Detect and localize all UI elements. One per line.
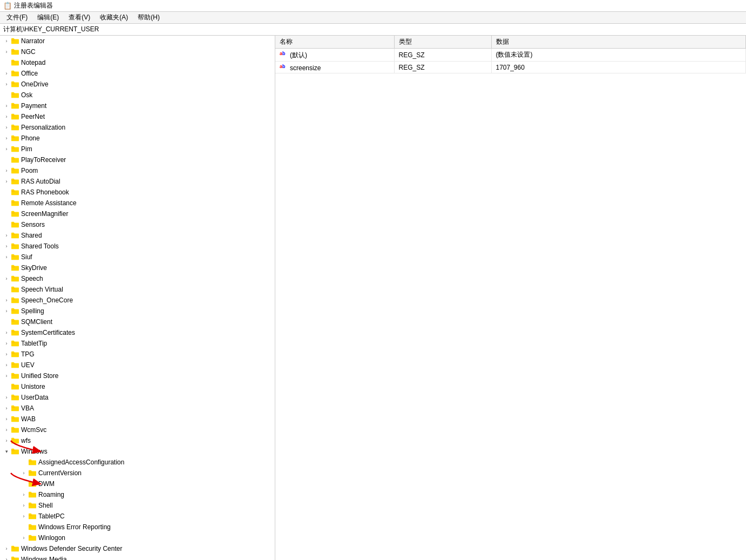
expander-wcmsvc[interactable]: › <box>2 424 11 435</box>
expander-unifiedstore[interactable]: › <box>2 370 11 381</box>
tree-item-sharedtools[interactable]: › Shared Tools <box>0 241 275 252</box>
expander-onedrive[interactable]: › <box>2 79 11 90</box>
expander-userdata[interactable]: › <box>2 392 11 403</box>
menu-item[interactable]: 查看(V) <box>64 12 94 23</box>
tree-item-tablettip[interactable]: › TabletTip <box>0 338 275 349</box>
expander-windows[interactable]: ▾ <box>2 446 11 457</box>
tree-item-unistore[interactable]: Unistore <box>0 381 275 392</box>
menu-item[interactable]: 文件(F) <box>2 12 32 23</box>
col-name[interactable]: 名称 <box>275 36 394 49</box>
tree-item-systemcertificates[interactable]: › SystemCertificates <box>0 327 275 338</box>
tree-item-tabletpc[interactable]: › TabletPC <box>0 511 275 522</box>
tree-item-spelling[interactable]: › Spelling <box>0 306 275 316</box>
tree-item-osk[interactable]: Osk <box>0 90 275 100</box>
tree-item-assignedaccessconfig[interactable]: AssignedAccessConfiguration <box>0 457 275 468</box>
tree-item-phone[interactable]: › Phone <box>0 133 275 144</box>
svg-rect-53 <box>11 222 14 224</box>
expander-tablettip[interactable]: › <box>2 338 11 349</box>
menu-item[interactable]: 编辑(E) <box>33 12 63 23</box>
tree-item-unifiedstore[interactable]: › Unified Store <box>0 370 275 381</box>
tree-item-ngc[interactable]: › NGC <box>0 46 275 57</box>
tree-item-rasautodial[interactable]: › RAS AutoDial <box>0 176 275 187</box>
expander-shell[interactable]: › <box>19 500 28 511</box>
tree-item-narrator[interactable]: › Narrator <box>0 36 275 46</box>
menu-item[interactable]: 帮助(H) <box>133 12 164 23</box>
expander-siuf[interactable]: › <box>2 252 11 262</box>
expander-office[interactable]: › <box>2 68 11 79</box>
tree-item-speechvirtual[interactable]: Speech Virtual <box>0 284 275 295</box>
tree-item-poom[interactable]: › Poom <box>0 165 275 176</box>
folder-icon-narrator <box>11 37 19 45</box>
tree-item-windowsdefendersecurity[interactable]: › Windows Defender Security Center <box>0 543 275 554</box>
tree-item-currentversion[interactable]: › CurrentVersion <box>0 468 275 478</box>
tree-item-shared[interactable]: › Shared <box>0 230 275 241</box>
tree-item-windowsmedia[interactable]: › Windows Media <box>0 554 275 560</box>
expander-uev[interactable]: › <box>2 360 11 370</box>
expander-sensors <box>2 219 11 230</box>
tree-item-personalization[interactable]: › Personalization <box>0 122 275 133</box>
expander-currentversion[interactable]: › <box>19 468 28 478</box>
tree-item-shell[interactable]: › Shell <box>0 500 275 511</box>
expander-shared[interactable]: › <box>2 230 11 241</box>
tree-item-payment[interactable]: › Payment <box>0 100 275 111</box>
tree-item-windowserrorreporting[interactable]: Windows Error Reporting <box>0 522 275 532</box>
tree-item-peernet[interactable]: › PeerNet <box>0 111 275 122</box>
tree-item-sensors[interactable]: Sensors <box>0 219 275 230</box>
tree-item-siuf[interactable]: › Siuf <box>0 252 275 262</box>
expander-poom[interactable]: › <box>2 165 11 176</box>
expander-speechonecore[interactable]: › <box>2 295 11 306</box>
tree-item-vba[interactable]: › VBA <box>0 403 275 414</box>
expander-peernet[interactable]: › <box>2 111 11 122</box>
col-data[interactable]: 数据 <box>491 36 746 49</box>
tree-item-playtoreceiver[interactable]: PlayToReceiver <box>0 154 275 165</box>
expander-remoteassistance <box>2 198 11 208</box>
expander-narrator[interactable]: › <box>2 36 11 46</box>
expander-roaming[interactable]: › <box>19 489 28 500</box>
table-row[interactable]: ab (默认)REG_SZ(数值未设置) <box>275 49 746 62</box>
expander-systemcertificates[interactable]: › <box>2 327 11 338</box>
tree-item-dwm[interactable]: DWM <box>0 478 275 489</box>
expander-windowsmedia[interactable]: › <box>2 554 11 560</box>
tree-item-speech[interactable]: › Speech <box>0 273 275 284</box>
tree-item-userdata[interactable]: › UserData <box>0 392 275 403</box>
expander-windowsdefendersecurity[interactable]: › <box>2 543 11 554</box>
expander-pim[interactable]: › <box>2 144 11 154</box>
tree-item-windows[interactable]: ▾ Windows <box>0 446 275 457</box>
table-row[interactable]: ab screensizeREG_SZ1707_960 <box>275 62 746 73</box>
tree-item-uev[interactable]: › UEV <box>0 360 275 370</box>
item-label-vba: VBA <box>21 404 34 412</box>
registry-tree[interactable]: › Narrator› NGC Notepad› Office› OneDriv… <box>0 36 275 560</box>
tree-item-winlogon[interactable]: › Winlogon <box>0 532 275 543</box>
expander-rasautodial[interactable]: › <box>2 176 11 187</box>
tree-item-office[interactable]: › Office <box>0 68 275 79</box>
tree-item-onedrive[interactable]: › OneDrive <box>0 79 275 90</box>
tree-item-notepad[interactable]: Notepad <box>0 57 275 68</box>
tree-item-sqmclient[interactable]: SQMClient <box>0 316 275 327</box>
expander-personalization[interactable]: › <box>2 122 11 133</box>
expander-phone[interactable]: › <box>2 133 11 144</box>
expander-vba[interactable]: › <box>2 403 11 414</box>
tree-item-speechonecore[interactable]: › Speech_OneCore <box>0 295 275 306</box>
tree-item-roaming[interactable]: › Roaming <box>0 489 275 500</box>
tree-item-screenmagnifier[interactable]: ScreenMagnifier <box>0 208 275 219</box>
col-type[interactable]: 类型 <box>394 36 491 49</box>
expander-winlogon[interactable]: › <box>19 532 28 543</box>
expander-payment[interactable]: › <box>2 100 11 111</box>
expander-spelling[interactable]: › <box>2 306 11 316</box>
tree-item-wab[interactable]: › WAB <box>0 414 275 424</box>
tree-item-tpg[interactable]: › TPG <box>0 349 275 360</box>
expander-ngc[interactable]: › <box>2 46 11 57</box>
tree-item-skydrive[interactable]: SkyDrive <box>0 262 275 273</box>
expander-speech[interactable]: › <box>2 273 11 284</box>
expander-tabletpc[interactable]: › <box>19 511 28 522</box>
tree-item-remoteassistance[interactable]: Remote Assistance <box>0 198 275 208</box>
tree-item-rasphonebook[interactable]: RAS Phonebook <box>0 187 275 198</box>
expander-sharedtools[interactable]: › <box>2 241 11 252</box>
expander-wab[interactable]: › <box>2 414 11 424</box>
tree-item-wfs[interactable]: › wfs <box>0 435 275 446</box>
menu-item[interactable]: 收藏夹(A) <box>96 12 132 23</box>
expander-wfs[interactable]: › <box>2 435 11 446</box>
expander-tpg[interactable]: › <box>2 349 11 360</box>
tree-item-wcmsvc[interactable]: › WcmSvc <box>0 424 275 435</box>
tree-item-pim[interactable]: › Pim <box>0 144 275 154</box>
